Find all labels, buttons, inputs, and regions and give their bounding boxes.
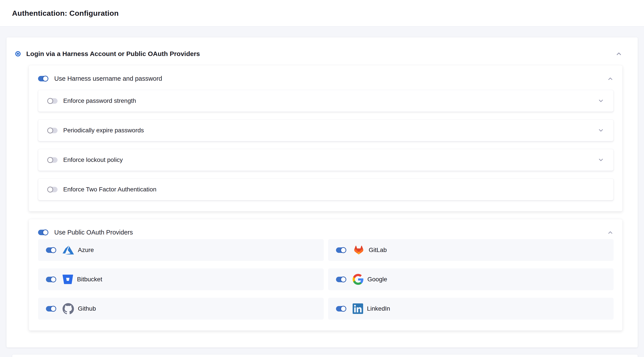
- github-icon: [62, 303, 74, 314]
- toggle-knob: [340, 247, 346, 253]
- section-body: Use Harness username and password Enforc…: [29, 66, 622, 330]
- provider-label: Bitbucket: [77, 276, 102, 283]
- provider-row-bitbucket: Bitbucket: [38, 268, 324, 290]
- toggle-knob: [50, 306, 56, 312]
- toggle-knob: [340, 306, 346, 312]
- policy-row-password-strength[interactable]: Enforce password strength: [38, 90, 614, 112]
- policy-row-expire-passwords[interactable]: Periodically expire passwords: [38, 120, 614, 141]
- provider-label: Google: [368, 276, 387, 283]
- toggle-knob: [42, 230, 48, 236]
- provider-row-linkedin: LinkedIn: [328, 298, 614, 320]
- toggle-use-harness-username-password[interactable]: [38, 76, 48, 82]
- provider-row-azure: Azure: [38, 239, 324, 261]
- provider-grid: Azure GitLab: [38, 239, 614, 320]
- google-icon: [352, 274, 364, 285]
- linkedin-icon: [352, 304, 363, 314]
- username-password-card: Use Harness username and password Enforc…: [29, 66, 622, 211]
- toggle-knob: [50, 276, 56, 282]
- gitlab-icon: [352, 244, 365, 256]
- provider-row-gitlab: GitLab: [328, 239, 614, 261]
- next-section-card-sliver: [12, 354, 638, 357]
- radio-login-harness-oauth[interactable]: [15, 51, 20, 56]
- auth-method-section-card: Login via a Harness Account or Public OA…: [6, 38, 638, 348]
- toggle-enforce-lockout-policy[interactable]: [48, 157, 58, 163]
- provider-label: GitLab: [369, 246, 387, 254]
- toggle-azure[interactable]: [46, 248, 56, 253]
- bitbucket-icon: [62, 274, 73, 284]
- toggle-knob: [47, 128, 53, 134]
- section-head: Login via a Harness Account or Public OA…: [15, 50, 622, 58]
- toggle-periodically-expire-passwords[interactable]: [48, 128, 58, 133]
- toggle-use-public-oauth-providers[interactable]: [38, 230, 48, 235]
- toggle-knob: [47, 186, 53, 192]
- toggle-knob: [340, 276, 346, 282]
- provider-label: Azure: [78, 246, 94, 254]
- policy-row-lockout-policy[interactable]: Enforce lockout policy: [38, 149, 614, 171]
- provider-row-google: Google: [328, 268, 614, 290]
- provider-label: Github: [78, 305, 96, 312]
- azure-icon: [62, 244, 74, 256]
- toggle-enforce-two-factor-authentication[interactable]: [48, 187, 58, 192]
- toggle-github[interactable]: [46, 306, 56, 312]
- toggle-knob: [50, 247, 56, 253]
- toggle-bitbucket[interactable]: [46, 277, 56, 282]
- oauth-card-head: Use Public OAuth Providers: [38, 229, 614, 236]
- policy-label: Enforce Two Factor Authentication: [63, 186, 156, 193]
- toggle-gitlab[interactable]: [336, 248, 346, 253]
- toggle-google[interactable]: [336, 277, 346, 282]
- section-title: Login via a Harness Account or Public OA…: [26, 50, 200, 58]
- toggle-knob: [42, 76, 48, 82]
- card-title: Use Harness username and password: [54, 75, 162, 82]
- chevron-down-icon[interactable]: [598, 156, 604, 163]
- chevron-up-icon[interactable]: [615, 50, 622, 57]
- chevron-up-icon[interactable]: [607, 229, 614, 236]
- chevron-down-icon[interactable]: [598, 98, 604, 104]
- card-title: Use Public OAuth Providers: [54, 229, 133, 236]
- provider-row-github: Github: [38, 298, 324, 320]
- content: Login via a Harness Account or Public OA…: [0, 26, 644, 357]
- oauth-providers-card: Use Public OAuth Providers Azure: [29, 219, 622, 330]
- username-password-card-head: Use Harness username and password: [38, 75, 614, 82]
- toggle-knob: [47, 98, 53, 104]
- policy-label: Enforce password strength: [63, 97, 136, 104]
- policy-label: Periodically expire passwords: [63, 127, 144, 134]
- policy-row-two-factor-auth: Enforce Two Factor Authentication: [38, 178, 614, 200]
- page-title: Authentication: Configuration: [12, 9, 118, 18]
- chevron-up-icon[interactable]: [607, 76, 614, 82]
- provider-label: LinkedIn: [367, 305, 390, 312]
- toggle-linkedin[interactable]: [336, 306, 346, 312]
- page-header: Authentication: Configuration: [0, 0, 644, 26]
- policy-label: Enforce lockout policy: [63, 156, 123, 164]
- chevron-down-icon[interactable]: [598, 127, 604, 134]
- toggle-enforce-password-strength[interactable]: [48, 98, 58, 104]
- toggle-knob: [47, 157, 53, 163]
